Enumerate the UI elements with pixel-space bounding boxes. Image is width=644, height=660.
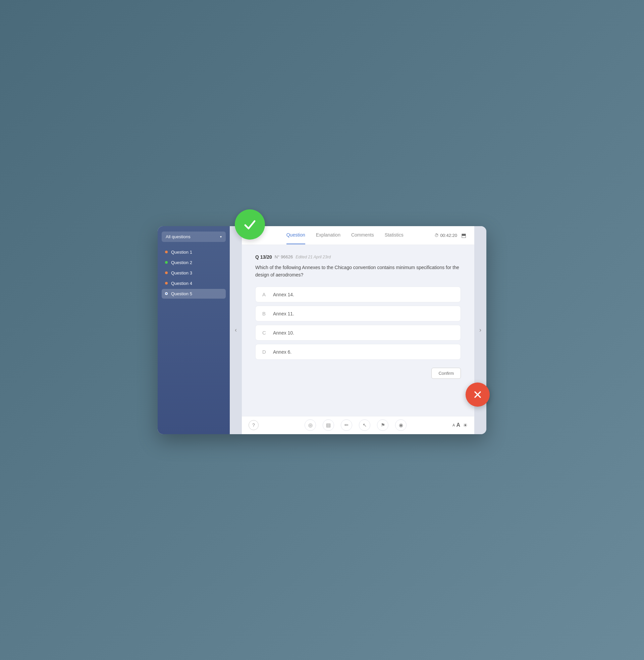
question-label: Question 5 (171, 291, 192, 296)
app-container: All questions ▾ Question 1 Question 2 Qu… (158, 226, 486, 434)
flag-button[interactable]: ⚑ (377, 419, 388, 431)
question-label: Question 3 (171, 270, 192, 275)
success-checkmark (235, 209, 265, 240)
question-meta: Q 13/20 N° 96626 Edited 21 April 23rd (255, 254, 461, 260)
status-dot (165, 292, 168, 295)
export-icon[interactable]: ⬒ (461, 232, 466, 238)
toolbar-left: ? (249, 420, 259, 430)
answer-option-d[interactable]: D Annex 6. (255, 344, 461, 360)
answer-letter-c: C (262, 330, 268, 336)
question-text: Which of the following Annexes to the Ch… (255, 264, 461, 279)
bottom-toolbar: ? ◎ ▤ ✏ (242, 416, 474, 434)
tab-comments[interactable]: Comments (351, 226, 374, 244)
question-area: Q 13/20 N° 96626 Edited 21 April 23rd Wh… (242, 245, 474, 416)
answer-letter-d: D (262, 349, 268, 355)
help-button[interactable]: ? (249, 420, 259, 430)
answer-letter-a: A (262, 292, 268, 297)
toolbar-center: ◎ ▤ ✏ ↖ ⚑ (304, 419, 407, 431)
list-item[interactable]: Question 3 (162, 268, 226, 278)
answer-option-c[interactable]: C Annex 10. (255, 325, 461, 341)
list-item[interactable]: Question 2 (162, 258, 226, 268)
tab-explanation[interactable]: Explanation (316, 226, 341, 244)
all-questions-dropdown[interactable]: All questions ▾ (162, 231, 226, 242)
font-size-button[interactable]: A A (453, 422, 460, 428)
answer-options: A Annex 14. B Annex 11. C Annex 10. (255, 287, 461, 360)
chevron-down-icon: ▾ (220, 235, 222, 238)
left-arrow-icon: ‹ (235, 326, 237, 334)
top-right: ⏱ 00:42:20 ⬒ (434, 232, 466, 238)
cursor-icon: ↖ (363, 422, 367, 428)
timer-value: 00:42:20 (440, 233, 457, 238)
answer-text-a: Annex 14. (273, 292, 294, 297)
eye-button[interactable]: ◉ (395, 419, 407, 431)
tab-statistics[interactable]: Statistics (385, 226, 404, 244)
pencil-button[interactable]: ✏ (341, 419, 352, 431)
list-item[interactable]: Question 1 (162, 247, 226, 257)
dropdown-label: All questions (166, 234, 190, 239)
top-bar: ☰ Question Explanation Comments Statisti… (242, 226, 474, 245)
tab-question[interactable]: Question (286, 226, 305, 244)
font-small-icon: A (453, 423, 455, 427)
flag-icon: ⚑ (381, 422, 385, 428)
answer-text-b: Annex 11. (273, 311, 294, 316)
timer: ⏱ 00:42:20 (434, 233, 457, 238)
eye-icon: ◉ (399, 422, 403, 428)
question-label: Question 1 (171, 250, 192, 255)
confirm-area: Confirm (255, 368, 461, 379)
list-item[interactable]: Question 5 (162, 289, 226, 299)
sidebar: All questions ▾ Question 1 Question 2 Qu… (158, 226, 230, 434)
answer-option-a[interactable]: A Annex 14. (255, 287, 461, 302)
tabs: Question Explanation Comments Statistics (255, 226, 434, 244)
question-id: N° 96626 (275, 254, 293, 259)
toolbar-right: A A ☀ (453, 422, 467, 429)
brightness-button[interactable]: ☀ (463, 422, 467, 429)
font-large-icon: A (456, 422, 460, 428)
timer-icon: ⏱ (434, 233, 439, 238)
compass-icon: ◎ (308, 422, 313, 428)
list-item[interactable]: Question 4 (162, 278, 226, 288)
question-label: Question 2 (171, 260, 192, 265)
question-number: Q 13/20 (255, 254, 272, 260)
content-area: ‹ ☰ Question Explanation Comments Statis… (230, 226, 486, 434)
status-dot (165, 261, 168, 264)
status-dot (165, 271, 168, 274)
list-button[interactable]: ▤ (323, 419, 334, 431)
answer-letter-b: B (262, 311, 268, 316)
status-dot (165, 251, 168, 253)
question-label: Question 4 (171, 281, 192, 286)
question-edited: Edited 21 April 23rd (296, 255, 331, 259)
question-list: Question 1 Question 2 Question 3 Questio… (162, 247, 226, 299)
answer-text-c: Annex 10. (273, 330, 294, 336)
confirm-button[interactable]: Confirm (431, 368, 461, 379)
status-dot (165, 282, 168, 285)
answer-option-b[interactable]: B Annex 11. (255, 306, 461, 321)
pencil-icon: ✏ (344, 422, 349, 428)
cursor-button[interactable]: ↖ (359, 419, 370, 431)
main-content: ☰ Question Explanation Comments Statisti… (242, 226, 474, 434)
close-button[interactable] (465, 383, 490, 407)
answer-text-d: Annex 6. (273, 349, 292, 355)
right-arrow-icon: › (479, 326, 481, 334)
prev-question-button[interactable]: ‹ (230, 226, 242, 434)
list-icon: ▤ (326, 422, 331, 428)
compass-button[interactable]: ◎ (304, 419, 316, 431)
